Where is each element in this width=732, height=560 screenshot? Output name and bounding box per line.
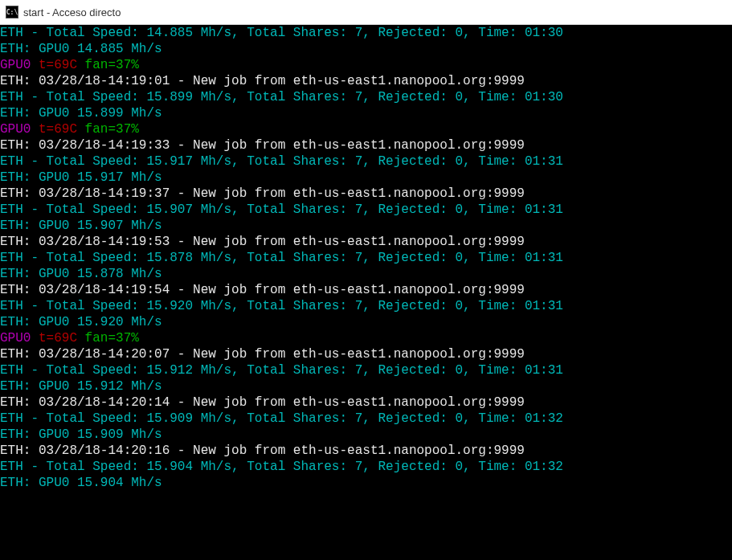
terminal-segment: ETH: GPU0 15.920 Mh/s [0,315,162,329]
terminal-line: ETH: 03/28/18-14:19:01 - New job from et… [0,73,732,89]
terminal-line: ETH - Total Speed: 14.885 Mh/s, Total Sh… [0,25,732,41]
terminal-segment: ETH - Total Speed: 15.904 Mh/s, Total Sh… [0,460,563,474]
terminal-line: ETH: GPU0 15.920 Mh/s [0,314,732,330]
terminal-line: GPU0 t=69C fan=37% [0,330,732,346]
terminal-line: ETH - Total Speed: 15.899 Mh/s, Total Sh… [0,89,732,105]
terminal-segment: ETH - Total Speed: 15.907 Mh/s, Total Sh… [0,202,563,217]
terminal-line: ETH - Total Speed: 15.904 Mh/s, Total Sh… [0,459,732,475]
terminal-segment: GPU0 [0,122,31,137]
terminal-segment: ETH: 03/28/18-14:20:16 - New job from et… [0,444,525,458]
terminal-line: ETH: GPU0 15.912 Mh/s [0,378,732,394]
terminal-line: ETH: GPU0 15.878 Mh/s [0,266,732,282]
terminal-segment: ETH: GPU0 15.878 Mh/s [0,267,162,281]
terminal-line: ETH: GPU0 15.899 Mh/s [0,105,732,121]
terminal-line: ETH: 03/28/18-14:20:14 - New job from et… [0,394,732,411]
terminal-segment: t=69C [31,331,77,345]
terminal-segment: ETH: GPU0 15.909 Mh/s [0,427,162,442]
terminal-line: ETH - Total Speed: 15.878 Mh/s, Total Sh… [0,250,732,266]
terminal-line: ETH: 03/28/18-14:20:07 - New job from et… [0,346,732,362]
terminal-output[interactable]: ETH - Total Speed: 14.885 Mh/s, Total Sh… [0,25,732,560]
terminal-line: ETH: GPU0 15.904 Mh/s [0,475,732,491]
terminal-segment: ETH: 03/28/18-14:20:14 - New job from et… [0,395,525,410]
terminal-line: ETH: 03/28/18-14:19:54 - New job from et… [0,282,732,298]
terminal-line: ETH: 03/28/18-14:19:53 - New job from et… [0,234,732,250]
cmd-icon: C:\ [6,6,18,18]
terminal-segment: ETH - Total Speed: 15.899 Mh/s, Total Sh… [0,90,563,104]
terminal-line: GPU0 t=69C fan=37% [0,121,732,137]
terminal-segment: ETH: GPU0 15.917 Mh/s [0,170,162,185]
terminal-line: ETH: 03/28/18-14:19:37 - New job from et… [0,186,732,202]
terminal-segment: ETH: 03/28/18-14:19:54 - New job from et… [0,283,525,297]
terminal-segment: ETH: 03/28/18-14:19:53 - New job from et… [0,235,525,249]
terminal-segment: ETH: 03/28/18-14:19:33 - New job from et… [0,138,525,153]
terminal-segment: GPU0 [0,58,31,72]
terminal-segment: ETH - Total Speed: 15.878 Mh/s, Total Sh… [0,251,563,265]
terminal-line: ETH - Total Speed: 15.907 Mh/s, Total Sh… [0,202,732,218]
terminal-segment: ETH - Total Speed: 15.909 Mh/s, Total Sh… [0,411,563,426]
terminal-segment: t=69C [31,122,77,137]
terminal-segment: ETH: GPU0 15.904 Mh/s [0,476,162,490]
terminal-line: ETH: 03/28/18-14:19:33 - New job from et… [0,137,732,153]
window-titlebar[interactable]: C:\ start - Acceso directo [0,0,732,25]
terminal-line: GPU0 t=69C fan=37% [0,57,732,73]
terminal-segment: GPU0 [0,331,31,345]
terminal-segment: ETH - Total Speed: 14.885 Mh/s, Total Sh… [0,26,563,40]
terminal-line: ETH: GPU0 15.917 Mh/s [0,170,732,186]
terminal-segment: fan=37% [77,331,139,345]
terminal-line: ETH: GPU0 14.885 Mh/s [0,41,732,57]
terminal-line: ETH: GPU0 15.909 Mh/s [0,427,732,443]
terminal-segment: ETH: 03/28/18-14:20:07 - New job from et… [0,347,525,362]
terminal-line: ETH - Total Speed: 15.912 Mh/s, Total Sh… [0,362,732,378]
terminal-line: ETH - Total Speed: 15.909 Mh/s, Total Sh… [0,411,732,427]
terminal-segment: ETH: GPU0 15.899 Mh/s [0,106,162,121]
terminal-segment: ETH - Total Speed: 15.912 Mh/s, Total Sh… [0,363,563,378]
terminal-line: ETH: GPU0 15.907 Mh/s [0,218,732,234]
terminal-line: ETH: 03/28/18-14:20:16 - New job from et… [0,443,732,459]
terminal-segment: ETH - Total Speed: 15.917 Mh/s, Total Sh… [0,154,563,169]
terminal-segment: ETH: 03/28/18-14:19:01 - New job from et… [0,74,525,88]
terminal-segment: fan=37% [77,58,139,72]
terminal-segment: ETH: GPU0 14.885 Mh/s [0,42,162,56]
terminal-segment: ETH: GPU0 15.907 Mh/s [0,219,162,233]
terminal-segment: ETH: 03/28/18-14:19:37 - New job from et… [0,186,525,201]
window-title: start - Acceso directo [23,6,121,18]
terminal-segment: t=69C [31,58,77,72]
terminal-segment: ETH - Total Speed: 15.920 Mh/s, Total Sh… [0,299,563,313]
terminal-segment: fan=37% [77,122,139,137]
terminal-line: ETH - Total Speed: 15.917 Mh/s, Total Sh… [0,153,732,170]
terminal-line: ETH - Total Speed: 15.920 Mh/s, Total Sh… [0,298,732,314]
terminal-segment: ETH: GPU0 15.912 Mh/s [0,379,162,394]
